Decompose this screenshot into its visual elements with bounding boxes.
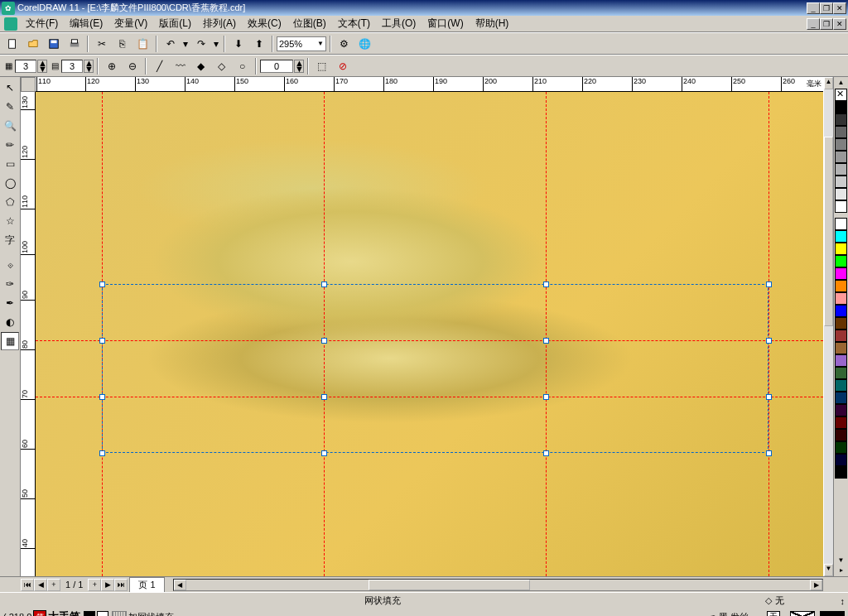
clear-mesh-button[interactable]: ⊘ bbox=[333, 57, 352, 75]
color-swatch[interactable] bbox=[835, 466, 847, 479]
add-intersection-button[interactable]: ⊕ bbox=[102, 57, 121, 75]
color-swatch[interactable] bbox=[835, 416, 847, 429]
color-swatch[interactable] bbox=[835, 454, 847, 466]
menu-help[interactable]: 帮助(H) bbox=[470, 15, 515, 32]
color-swatch[interactable] bbox=[835, 126, 847, 138]
fill-tool[interactable]: ◐ bbox=[1, 313, 19, 331]
eyedropper-tool[interactable]: ✑ bbox=[1, 275, 19, 293]
mesh-node[interactable] bbox=[99, 450, 105, 456]
scroll-thumb[interactable] bbox=[824, 137, 833, 326]
interactive-fill-tool[interactable]: ▦ bbox=[1, 332, 19, 350]
color-swatch[interactable] bbox=[835, 392, 847, 404]
minimize-button[interactable]: _ bbox=[807, 2, 820, 14]
menu-file[interactable]: 文件(F) bbox=[20, 15, 64, 32]
mdi-minimize-button[interactable]: _ bbox=[807, 18, 820, 30]
mesh-node[interactable] bbox=[99, 338, 105, 344]
mesh-node[interactable] bbox=[766, 394, 772, 400]
scroll-right-button[interactable]: ▶ bbox=[810, 580, 822, 590]
no-fill-indicator[interactable]: 无 bbox=[767, 611, 780, 616]
polygon-tool[interactable]: ⬠ bbox=[1, 193, 19, 211]
new-button[interactable] bbox=[2, 35, 22, 53]
interactive-blend-tool[interactable]: ⟐ bbox=[1, 256, 19, 274]
color-swatch[interactable] bbox=[835, 176, 847, 188]
color-swatch[interactable] bbox=[835, 429, 847, 441]
menu-text[interactable]: 文本(T) bbox=[332, 15, 376, 32]
guide-line-v[interactable] bbox=[768, 92, 769, 576]
import-button[interactable]: ⬇ bbox=[229, 35, 248, 53]
add-page-after-button[interactable]: + bbox=[88, 579, 101, 591]
print-button[interactable] bbox=[65, 35, 84, 53]
maximize-button[interactable]: ❐ bbox=[820, 2, 833, 14]
color-swatch[interactable] bbox=[835, 218, 847, 230]
mesh-node[interactable] bbox=[766, 338, 772, 344]
color-swatch[interactable] bbox=[835, 292, 847, 305]
add-page-before-button[interactable]: + bbox=[47, 579, 60, 591]
color-swatch[interactable] bbox=[835, 188, 847, 200]
menu-bitmaps[interactable]: 位图(B) bbox=[287, 15, 332, 32]
mesh-rows-spinner[interactable]: ▲▼ bbox=[84, 60, 94, 73]
menu-tools[interactable]: 工具(O) bbox=[376, 15, 422, 32]
palette-scroll-down[interactable]: ▼ bbox=[838, 556, 845, 566]
scroll-thumb[interactable] bbox=[369, 580, 531, 590]
mesh-node[interactable] bbox=[766, 450, 772, 456]
color-swatch[interactable] bbox=[835, 354, 847, 367]
color-swatch[interactable] bbox=[835, 342, 847, 354]
color-swatch[interactable] bbox=[835, 379, 847, 392]
zoom-level[interactable]: 295%▼ bbox=[277, 36, 326, 51]
paste-button[interactable]: 📋 bbox=[133, 35, 152, 53]
color-swatch[interactable] bbox=[835, 163, 847, 176]
color-swatch[interactable] bbox=[835, 255, 847, 267]
mdi-close-button[interactable]: ✕ bbox=[833, 18, 846, 30]
mesh-node[interactable] bbox=[99, 394, 105, 400]
symmetric-node-button[interactable]: ○ bbox=[233, 57, 252, 75]
pick-tool[interactable]: ↖ bbox=[1, 79, 19, 97]
mesh-node[interactable] bbox=[321, 394, 327, 400]
curve-smoothness-input[interactable] bbox=[260, 60, 293, 73]
palette-scroll-up[interactable]: ▲ bbox=[838, 79, 845, 89]
smooth-node-button[interactable]: ◇ bbox=[212, 57, 231, 75]
color-swatch[interactable] bbox=[835, 243, 847, 255]
color-swatch[interactable] bbox=[835, 113, 847, 126]
color-swatch[interactable] bbox=[835, 367, 847, 379]
mesh-rows-input[interactable] bbox=[61, 60, 83, 73]
cut-button[interactable]: ✂ bbox=[92, 35, 111, 53]
cusp-node-button[interactable]: ◆ bbox=[191, 57, 210, 75]
curve-line-button[interactable]: ╱ bbox=[150, 57, 169, 75]
curve-smoothness-spinner[interactable]: ▲▼ bbox=[294, 60, 304, 73]
outline-preview[interactable] bbox=[820, 611, 845, 616]
mesh-node[interactable] bbox=[543, 338, 549, 344]
zoom-tool[interactable]: 🔍 bbox=[1, 117, 19, 135]
color-swatch[interactable] bbox=[835, 280, 847, 292]
first-page-button[interactable]: ⏮ bbox=[21, 579, 34, 591]
fill-outline-preview[interactable] bbox=[790, 611, 815, 616]
mesh-node[interactable] bbox=[321, 450, 327, 456]
mesh-cols-spinner[interactable]: ▲▼ bbox=[37, 60, 47, 73]
copy-mesh-button[interactable]: ⬚ bbox=[312, 57, 331, 75]
mesh-cols-input[interactable] bbox=[15, 60, 36, 73]
color-swatch[interactable] bbox=[835, 317, 847, 330]
corel-online-button[interactable]: 🌐 bbox=[355, 35, 374, 53]
open-button[interactable] bbox=[23, 35, 42, 53]
palette-flyout[interactable]: ▸ bbox=[840, 566, 843, 576]
redo-button[interactable]: ↷ bbox=[191, 35, 210, 53]
outline-tool[interactable]: ✒ bbox=[1, 294, 19, 312]
export-button[interactable]: ⬆ bbox=[249, 35, 268, 53]
prev-page-button[interactable]: ◀ bbox=[34, 579, 47, 591]
menu-effects[interactable]: 效果(C) bbox=[242, 15, 287, 32]
page-tab[interactable]: 页 1 bbox=[129, 577, 164, 592]
mesh-node[interactable] bbox=[321, 282, 327, 287]
ruler-origin[interactable] bbox=[21, 77, 36, 92]
next-page-button[interactable]: ▶ bbox=[101, 579, 114, 591]
color-swatch[interactable] bbox=[835, 101, 847, 113]
color-swatch[interactable] bbox=[835, 151, 847, 163]
color-swatch[interactable] bbox=[835, 441, 847, 454]
no-color-swatch[interactable] bbox=[835, 89, 847, 101]
delete-node-button[interactable]: ⊖ bbox=[123, 57, 142, 75]
canvas[interactable] bbox=[36, 92, 823, 576]
color-swatch[interactable] bbox=[835, 200, 847, 213]
color-swatch[interactable] bbox=[835, 330, 847, 342]
basic-shapes-tool[interactable]: ☆ bbox=[1, 212, 19, 230]
mdi-restore-button[interactable]: ❐ bbox=[820, 18, 833, 30]
mesh-node[interactable] bbox=[766, 282, 772, 287]
scroll-down-button[interactable]: ▼ bbox=[824, 564, 833, 576]
